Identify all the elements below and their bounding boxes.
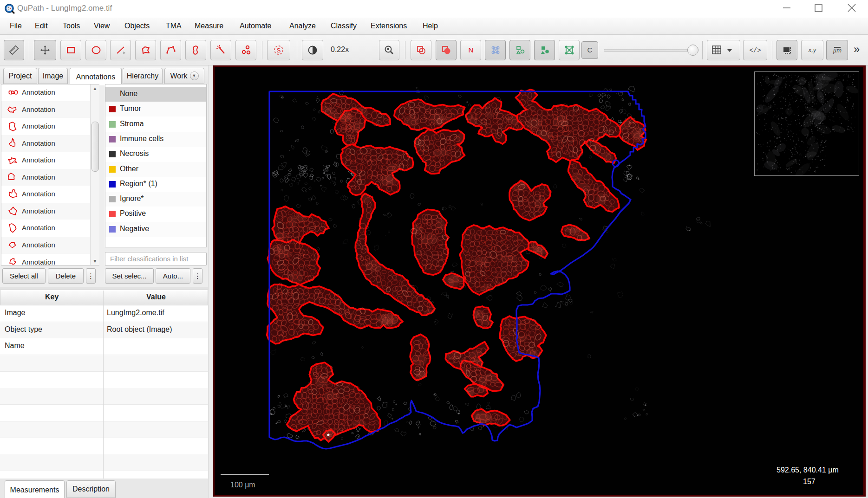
svg-text:N: N (468, 46, 473, 54)
svg-text:C: C (587, 46, 593, 54)
svg-text:</>: </> (749, 47, 761, 54)
svg-text:µm: µm (833, 47, 841, 54)
svg-text:S: S (277, 47, 281, 54)
svg-text:x,y: x,y (808, 46, 817, 53)
